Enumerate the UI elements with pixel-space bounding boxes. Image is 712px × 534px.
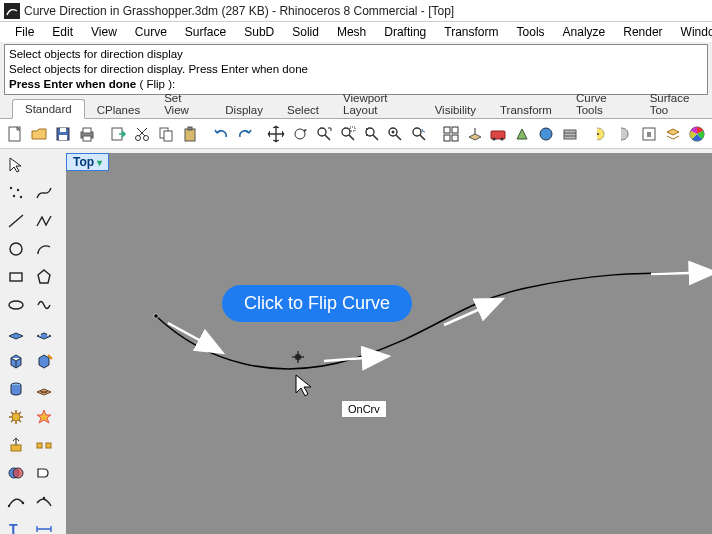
- gear-icon[interactable]: [4, 405, 28, 429]
- text-icon[interactable]: [32, 461, 56, 485]
- menu-solid[interactable]: Solid: [283, 23, 328, 41]
- tab-select[interactable]: Select: [275, 101, 331, 119]
- zoom-selected-icon[interactable]: [385, 122, 407, 146]
- surface-edit-icon[interactable]: [32, 321, 56, 345]
- pan-icon[interactable]: [265, 122, 287, 146]
- handle-curve-icon[interactable]: [32, 489, 56, 513]
- viewport-top[interactable]: Click to Flip Curve OnCrv: [66, 153, 712, 534]
- svg-rect-33: [647, 132, 651, 137]
- hide-icon[interactable]: [590, 122, 612, 146]
- color-wheel-icon[interactable]: [686, 122, 708, 146]
- viewport-label[interactable]: Top ▾: [66, 153, 109, 171]
- svg-rect-5: [83, 128, 91, 133]
- tab-setview[interactable]: Set View: [152, 89, 213, 119]
- svg-point-41: [9, 301, 23, 309]
- rotate-view-icon[interactable]: [289, 122, 311, 146]
- tab-curvetools[interactable]: Curve Tools: [564, 89, 638, 119]
- point-icon[interactable]: [4, 181, 28, 205]
- title-bar: Curve Direction in Grasshopper.3dm (287 …: [0, 0, 712, 22]
- svg-rect-6: [83, 136, 91, 141]
- pointer-icon[interactable]: [4, 153, 28, 177]
- circle-icon[interactable]: [4, 237, 28, 261]
- menu-window[interactable]: Window: [672, 23, 712, 41]
- print-icon[interactable]: [76, 122, 98, 146]
- box-icon[interactable]: [4, 349, 28, 373]
- svg-point-39: [10, 243, 22, 255]
- shade-icon[interactable]: [511, 122, 533, 146]
- svg-point-55: [154, 314, 158, 318]
- rectangle-icon[interactable]: [4, 265, 28, 289]
- solid-edit-icon[interactable]: [32, 349, 56, 373]
- menu-render[interactable]: Render: [614, 23, 671, 41]
- cut-icon[interactable]: [131, 122, 153, 146]
- new-icon[interactable]: [4, 122, 26, 146]
- render-icon[interactable]: [535, 122, 557, 146]
- named-view-icon[interactable]: [488, 122, 510, 146]
- boolean-union-icon[interactable]: [4, 461, 28, 485]
- menu-curve[interactable]: Curve: [126, 23, 176, 41]
- import-icon[interactable]: [107, 122, 129, 146]
- zoom-window-icon[interactable]: [337, 122, 359, 146]
- menu-edit[interactable]: Edit: [43, 23, 82, 41]
- surface-plane-icon[interactable]: [4, 321, 28, 345]
- undo-icon[interactable]: [210, 122, 232, 146]
- save-icon[interactable]: [52, 122, 74, 146]
- dimension-icon[interactable]: [32, 517, 56, 534]
- tab-standard[interactable]: Standard: [12, 99, 85, 119]
- tab-surfacetools[interactable]: Surface Too: [638, 89, 712, 119]
- curve-icon[interactable]: [32, 181, 56, 205]
- osnap-tooltip: OnCrv: [341, 400, 387, 418]
- window-title: Curve Direction in Grasshopper.3dm (287 …: [24, 4, 454, 18]
- interp-curve-icon[interactable]: [4, 489, 28, 513]
- text-object-icon[interactable]: T: [4, 517, 28, 534]
- show-icon[interactable]: [614, 122, 636, 146]
- tab-visibility[interactable]: Visibility: [423, 101, 488, 119]
- svg-point-27: [493, 137, 496, 140]
- extrude-icon[interactable]: [4, 433, 28, 457]
- command-area[interactable]: Select objects for direction display Sel…: [4, 44, 708, 95]
- svg-point-50: [13, 468, 23, 478]
- menu-transform[interactable]: Transform: [435, 23, 507, 41]
- zoom-extents-icon[interactable]: [361, 122, 383, 146]
- menu-surface[interactable]: Surface: [176, 23, 235, 41]
- tab-cplanes[interactable]: CPlanes: [85, 101, 152, 119]
- ellipse-icon[interactable]: [4, 293, 28, 317]
- freeform-icon[interactable]: [32, 293, 56, 317]
- set-cplane-icon[interactable]: [464, 122, 486, 146]
- svg-rect-2: [60, 128, 66, 132]
- menu-subd[interactable]: SubD: [235, 23, 283, 41]
- zoom-dynamic-icon[interactable]: [313, 122, 335, 146]
- polyline-icon[interactable]: [32, 209, 56, 233]
- layers-icon[interactable]: [662, 122, 684, 146]
- paste-icon[interactable]: [179, 122, 201, 146]
- polygon-icon[interactable]: [32, 265, 56, 289]
- svg-point-42: [39, 334, 41, 336]
- mesh-plane-icon[interactable]: [32, 377, 56, 401]
- line-icon[interactable]: [4, 209, 28, 233]
- redo-icon[interactable]: [234, 122, 256, 146]
- undo-view-icon[interactable]: [408, 122, 430, 146]
- menu-drafting[interactable]: Drafting: [375, 23, 435, 41]
- explode-icon[interactable]: [32, 405, 56, 429]
- menu-mesh[interactable]: Mesh: [328, 23, 375, 41]
- tab-transform[interactable]: Transform: [488, 101, 564, 119]
- menu-file[interactable]: File: [6, 23, 43, 41]
- copy-icon[interactable]: [155, 122, 177, 146]
- svg-point-15: [318, 128, 326, 136]
- tab-viewportlayout[interactable]: Viewport Layout: [331, 89, 423, 119]
- menu-analyze[interactable]: Analyze: [554, 23, 615, 41]
- array-icon[interactable]: [32, 433, 56, 457]
- cylinder-icon[interactable]: [4, 377, 28, 401]
- tab-display[interactable]: Display: [213, 101, 275, 119]
- chevron-down-icon[interactable]: ▾: [97, 157, 102, 168]
- open-icon[interactable]: [28, 122, 50, 146]
- lock-icon[interactable]: [638, 122, 660, 146]
- cplane-icon[interactable]: [440, 122, 462, 146]
- svg-rect-48: [46, 443, 51, 448]
- menu-tools[interactable]: Tools: [508, 23, 554, 41]
- viewport-container: Top ▾: [60, 149, 712, 534]
- svg-point-28: [501, 137, 504, 140]
- arc-icon[interactable]: [32, 237, 56, 261]
- ghosted-icon[interactable]: [559, 122, 581, 146]
- menu-view[interactable]: View: [82, 23, 126, 41]
